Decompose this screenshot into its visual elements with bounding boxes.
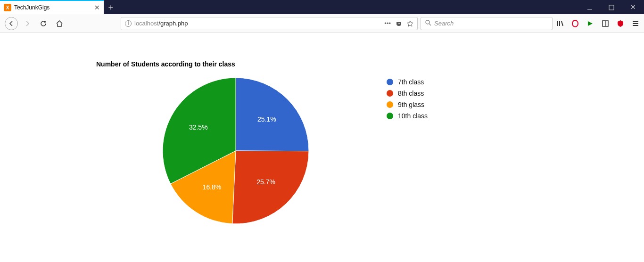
adblock-icon[interactable] — [617, 20, 624, 27]
library-icon[interactable] — [556, 20, 564, 27]
legend-item[interactable]: 8th class — [387, 90, 428, 97]
more-icon[interactable]: ••• — [384, 20, 391, 27]
close-window-button[interactable]: ✕ — [622, 3, 644, 11]
browser-tab[interactable]: X TechJunkGigs ✕ — [0, 0, 104, 14]
url-text: localhost/graph.php — [134, 20, 188, 27]
idm-icon[interactable] — [586, 20, 594, 27]
window-controls: ✕ — [579, 0, 644, 14]
favicon-icon: X — [4, 4, 11, 11]
search-bar[interactable]: Search — [421, 17, 553, 30]
menu-icon[interactable] — [632, 20, 639, 27]
url-path: /graph.php — [158, 20, 188, 27]
search-placeholder: Search — [434, 20, 454, 27]
chart-title: Number of Students according to their cl… — [96, 60, 235, 68]
svg-line-6 — [561, 21, 563, 26]
svg-line-3 — [429, 24, 431, 25]
home-button[interactable] — [53, 17, 66, 30]
url-host: localhost — [134, 20, 158, 27]
pie-chart: 25.1%25.7%16.8%32.5% — [160, 75, 311, 226]
tab-title: TechJunkGigs — [14, 4, 91, 11]
legend-item[interactable]: 9th glass — [387, 101, 428, 108]
legend-dot-icon — [387, 90, 393, 97]
opera-icon[interactable] — [571, 20, 579, 27]
page-content: Number of Students according to their cl… — [0, 33, 644, 262]
svg-rect-1 — [609, 5, 614, 10]
reload-button[interactable] — [37, 17, 50, 30]
titlebar: X TechJunkGigs ✕ ＋ ✕ — [0, 0, 644, 14]
legend-label: 8th class — [398, 90, 424, 97]
pie-slice[interactable] — [232, 151, 309, 224]
legend-dot-icon — [387, 113, 393, 119]
slice-label: 25.7% — [256, 178, 275, 186]
legend-item[interactable]: 7th class — [387, 78, 428, 86]
bookmark-star-icon[interactable] — [407, 20, 413, 27]
close-tab-icon[interactable]: ✕ — [94, 4, 100, 11]
legend-dot-icon — [387, 101, 393, 108]
legend-item[interactable]: 10th class — [387, 112, 428, 120]
svg-rect-8 — [603, 21, 608, 26]
legend-dot-icon — [387, 79, 393, 85]
pie-slice[interactable] — [236, 78, 309, 151]
sidebar-icon[interactable] — [602, 20, 609, 27]
pocket-icon[interactable] — [396, 20, 402, 27]
search-icon — [425, 19, 431, 27]
pie-svg: 25.1%25.7%16.8%32.5% — [160, 75, 311, 226]
toolbar: i localhost/graph.php ••• Search — [0, 14, 644, 33]
maximize-button[interactable] — [601, 4, 622, 10]
slice-label: 32.5% — [189, 123, 208, 131]
slice-label: 16.8% — [203, 183, 222, 191]
svg-point-7 — [572, 20, 578, 27]
legend-label: 9th glass — [398, 101, 424, 108]
url-bar[interactable]: i localhost/graph.php ••• — [121, 17, 418, 30]
slice-label: 25.1% — [257, 115, 276, 123]
toolbar-right — [556, 20, 639, 27]
chart-legend: 7th class8th class9th glass10th class — [387, 78, 428, 120]
new-tab-button[interactable]: ＋ — [104, 0, 118, 14]
legend-label: 10th class — [398, 112, 428, 120]
forward-button[interactable] — [21, 17, 34, 30]
minimize-button[interactable] — [579, 4, 601, 10]
svg-point-2 — [426, 20, 429, 24]
info-icon[interactable]: i — [125, 20, 132, 27]
back-button[interactable] — [5, 17, 18, 30]
legend-label: 7th class — [398, 78, 424, 86]
